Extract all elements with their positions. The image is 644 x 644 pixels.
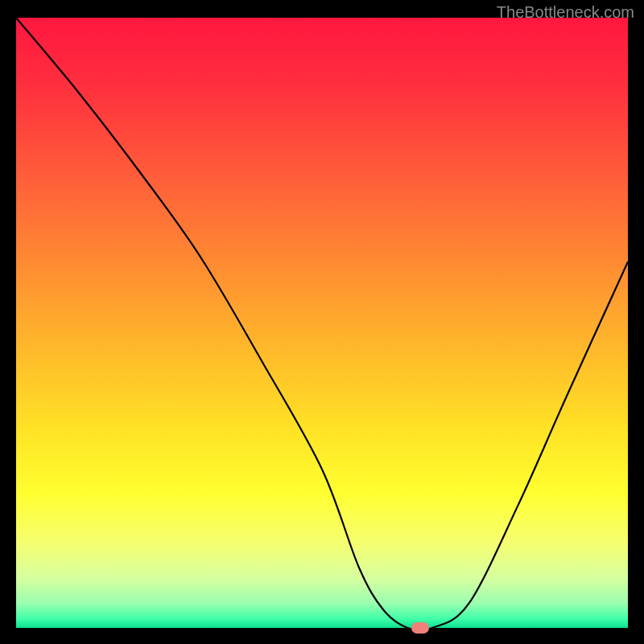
bottleneck-curve [16,18,628,628]
watermark-text: TheBottleneck.com [497,3,634,22]
plot-area [16,18,628,628]
optimal-marker [411,622,429,634]
curve-layer [16,18,628,628]
